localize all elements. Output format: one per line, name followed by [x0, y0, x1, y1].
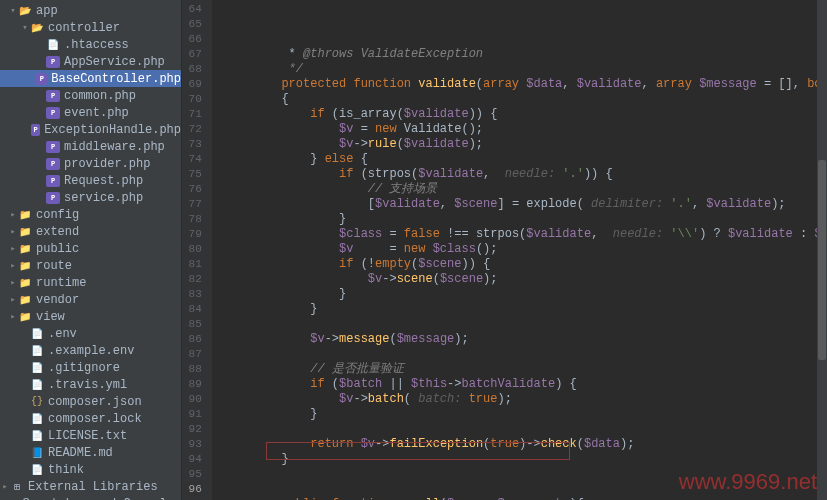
- tree-arrow[interactable]: ▸: [8, 277, 18, 288]
- gutter-line: 96: [182, 482, 202, 497]
- gutter-line: 74: [182, 152, 202, 167]
- tree-item-event-php[interactable]: Pevent.php: [0, 104, 181, 121]
- tree-item-route[interactable]: ▸📁route: [0, 257, 181, 274]
- gutter-line: 91: [182, 407, 202, 422]
- tree-item-request-php[interactable]: PRequest.php: [0, 172, 181, 189]
- tree-item-composer-lock[interactable]: 📄composer.lock: [0, 410, 181, 427]
- project-tree[interactable]: ▾📂app▾📂controller📄.htaccessPAppService.p…: [0, 0, 182, 500]
- code-line[interactable]: if (strpos($validate, needle: '.')) {: [224, 167, 827, 182]
- code-line[interactable]: }: [224, 302, 827, 317]
- tree-item-exceptionhandle-php[interactable]: PExceptionHandle.php: [0, 121, 181, 138]
- code-line[interactable]: }: [224, 407, 827, 422]
- tree-item-composer-json[interactable]: {}composer.json: [0, 393, 181, 410]
- gutter-line: 66: [182, 32, 202, 47]
- tree-item-middleware-php[interactable]: Pmiddleware.php: [0, 138, 181, 155]
- tree-item-extend[interactable]: ▸📁extend: [0, 223, 181, 240]
- tree-item-think[interactable]: 📄think: [0, 461, 181, 478]
- tree-label: route: [36, 259, 72, 273]
- code-line[interactable]: $v = new Validate();: [224, 122, 827, 137]
- code-line[interactable]: [224, 467, 827, 482]
- code-line[interactable]: } else {: [224, 152, 827, 167]
- tree-item-service-php[interactable]: Pservice.php: [0, 189, 181, 206]
- tree-item-appservice-php[interactable]: PAppService.php: [0, 53, 181, 70]
- gutter-line: 79: [182, 227, 202, 242]
- tree-arrow[interactable]: ▸: [8, 243, 18, 254]
- code-line[interactable]: */: [224, 62, 827, 77]
- folder-icon: 📁: [18, 276, 32, 290]
- tree-item-license-txt[interactable]: 📄LICENSE.txt: [0, 427, 181, 444]
- code-area[interactable]: * @throws ValidateException */ protected…: [212, 0, 827, 500]
- tree-item-runtime[interactable]: ▸📁runtime: [0, 274, 181, 291]
- file-generic-icon: 📄: [30, 361, 44, 375]
- code-line[interactable]: [224, 482, 827, 497]
- code-line[interactable]: $v->rule($validate);: [224, 137, 827, 152]
- code-line[interactable]: [224, 347, 827, 362]
- tree-item--gitignore[interactable]: 📄.gitignore: [0, 359, 181, 376]
- tree-item--example-env[interactable]: 📄.example.env: [0, 342, 181, 359]
- file-generic-icon: 📄: [30, 327, 44, 341]
- tree-arrow[interactable]: ▸: [8, 209, 18, 220]
- code-line[interactable]: // 是否批量验证: [224, 362, 827, 377]
- code-line[interactable]: if (!empty($scene)) {: [224, 257, 827, 272]
- code-line[interactable]: [224, 317, 827, 332]
- code-line[interactable]: * @throws ValidateException: [224, 47, 827, 62]
- file-json-icon: {}: [30, 395, 44, 409]
- vertical-scrollbar[interactable]: [817, 0, 827, 500]
- tree-arrow[interactable]: ▾: [8, 5, 18, 16]
- tree-arrow[interactable]: ▸: [8, 294, 18, 305]
- tree-item--travis-yml[interactable]: 📄.travis.yml: [0, 376, 181, 393]
- file-generic-icon: 📄: [46, 38, 60, 52]
- tree-arrow[interactable]: ▸: [8, 260, 18, 271]
- tree-arrow[interactable]: ▸: [8, 226, 18, 237]
- code-line[interactable]: [224, 422, 827, 437]
- tree-item-config[interactable]: ▸📁config: [0, 206, 181, 223]
- tree-arrow[interactable]: ▾: [20, 22, 30, 33]
- code-line[interactable]: if ($batch || $this->batchValidate) {: [224, 377, 827, 392]
- code-line[interactable]: // 支持场景: [224, 182, 827, 197]
- code-line[interactable]: {: [224, 92, 827, 107]
- folder-icon: 📁: [18, 242, 32, 256]
- lib-icon: ⊞: [10, 480, 24, 494]
- tree-item--env[interactable]: 📄.env: [0, 325, 181, 342]
- tree-arrow[interactable]: ▸: [0, 481, 10, 492]
- tree-item-controller[interactable]: ▾📂controller: [0, 19, 181, 36]
- tree-item-vendor[interactable]: ▸📁vendor: [0, 291, 181, 308]
- file-php-icon: P: [46, 158, 60, 170]
- tree-item-public[interactable]: ▸📁public: [0, 240, 181, 257]
- code-line[interactable]: if (is_array($validate)) {: [224, 107, 827, 122]
- code-editor[interactable]: 6465666768697071727374757677787980818283…: [182, 0, 827, 500]
- tree-item-app[interactable]: ▾📂app: [0, 2, 181, 19]
- tree-item--htaccess[interactable]: 📄.htaccess: [0, 36, 181, 53]
- code-line[interactable]: [$validate, $scene] = explode( delimiter…: [224, 197, 827, 212]
- code-line[interactable]: $v->scene($scene);: [224, 272, 827, 287]
- code-line[interactable]: $class = false !== strpos($validate, nee…: [224, 227, 827, 242]
- code-line[interactable]: $v = new $class();: [224, 242, 827, 257]
- code-line[interactable]: }: [224, 212, 827, 227]
- code-line[interactable]: $v->batch( batch: true);: [224, 392, 827, 407]
- tree-item-readme-md[interactable]: 📘README.md: [0, 444, 181, 461]
- tree-item-scratches-and-consoles[interactable]: ⊟Scratches and Consoles: [0, 495, 181, 500]
- tree-item-external-libraries[interactable]: ▸⊞External Libraries: [0, 478, 181, 495]
- gutter-line: 68: [182, 62, 202, 77]
- tree-item-view[interactable]: ▸📁view: [0, 308, 181, 325]
- code-line[interactable]: $v->message($message);: [224, 332, 827, 347]
- tree-label: External Libraries: [28, 480, 158, 494]
- code-line[interactable]: protected function validate(array $data,…: [224, 77, 827, 92]
- code-line[interactable]: return $v->failException(true)->check($d…: [224, 437, 827, 452]
- scrollbar-thumb[interactable]: [818, 160, 826, 360]
- tree-arrow[interactable]: ▸: [8, 311, 18, 322]
- code-line[interactable]: }: [224, 452, 827, 467]
- folder-icon: 📁: [18, 310, 32, 324]
- code-line[interactable]: }: [224, 287, 827, 302]
- tree-item-basecontroller-php[interactable]: PBaseController.php: [0, 70, 181, 87]
- folder-icon: 📁: [18, 208, 32, 222]
- file-php-icon: P: [46, 175, 60, 187]
- gutter-line: 76: [182, 182, 202, 197]
- gutter-line: 81: [182, 257, 202, 272]
- gutter-line: 70: [182, 92, 202, 107]
- gutter-line: 95: [182, 467, 202, 482]
- folder-icon: 📁: [18, 225, 32, 239]
- tree-item-common-php[interactable]: Pcommon.php: [0, 87, 181, 104]
- gutter-line: 75: [182, 167, 202, 182]
- tree-item-provider-php[interactable]: Pprovider.php: [0, 155, 181, 172]
